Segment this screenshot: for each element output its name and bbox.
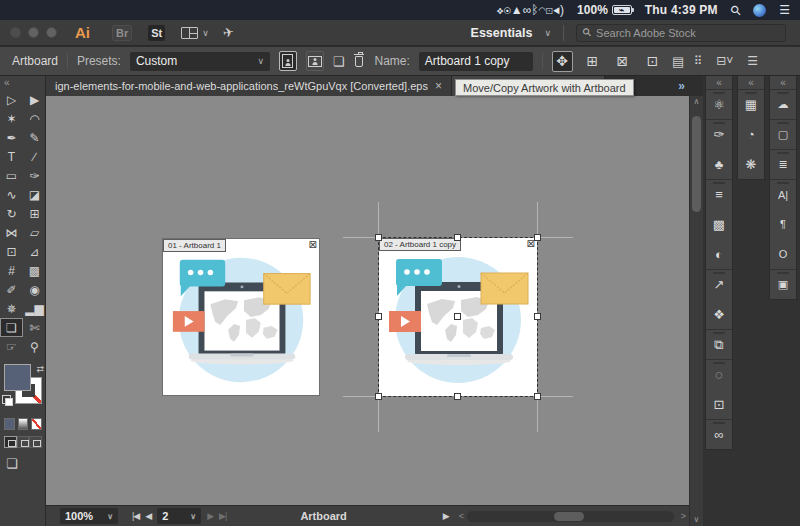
tab-overflow-chevron[interactable]: » bbox=[678, 79, 689, 93]
wifi-icon[interactable]: ◠ bbox=[539, 3, 546, 17]
rotate-tool[interactable]: ↻ bbox=[0, 204, 23, 223]
siri-icon[interactable] bbox=[753, 4, 766, 17]
brushes-panel-icon[interactable]: ✑ bbox=[706, 119, 732, 149]
selection-handle[interactable] bbox=[534, 313, 541, 320]
paintbrush-tool[interactable]: ✑ bbox=[23, 166, 46, 185]
swatches-panel-icon[interactable]: ▦ bbox=[738, 89, 764, 119]
symbol-sprayer-tool[interactable]: ✵ bbox=[0, 299, 23, 318]
none-button[interactable] bbox=[31, 418, 42, 430]
artboard-close-icon[interactable]: ⊠ bbox=[309, 240, 317, 250]
default-fill-stroke-icon[interactable] bbox=[2, 395, 11, 404]
creative-cloud-icon[interactable]: ◉ bbox=[504, 3, 511, 17]
dock-panel-icon[interactable]: ⊟˅ bbox=[716, 54, 733, 68]
type-tool[interactable]: T bbox=[0, 147, 23, 166]
align-panel-icon[interactable]: ≣ bbox=[770, 149, 796, 179]
shape-builder-tool[interactable]: ⊡ bbox=[0, 242, 23, 261]
status-flyout-icon[interactable]: ▶ bbox=[443, 511, 450, 521]
window-minimize-button[interactable] bbox=[28, 27, 39, 38]
selection-handle[interactable] bbox=[375, 313, 382, 320]
zoom-tool[interactable]: ⚲ bbox=[23, 337, 46, 356]
fill-swatch[interactable] bbox=[4, 364, 31, 391]
selection-handle[interactable] bbox=[454, 393, 461, 400]
pen-tool[interactable]: ✒ bbox=[0, 128, 23, 147]
vertical-scrollbar[interactable]: ∧ ∨ bbox=[689, 96, 703, 526]
rectangle-tool[interactable]: ▭ bbox=[0, 166, 23, 185]
eraser-tool[interactable]: ◪ bbox=[23, 185, 46, 204]
portrait-orientation-button[interactable] bbox=[279, 51, 297, 71]
line-segment-tool[interactable]: ∕ bbox=[23, 147, 46, 166]
collapse-panel-icon[interactable]: « bbox=[770, 76, 796, 89]
slice-tool[interactable]: ✄ bbox=[23, 318, 46, 337]
volume-icon[interactable]: ◀) bbox=[553, 3, 564, 17]
blend-tool[interactable]: ◉ bbox=[23, 280, 46, 299]
artboards-panel-icon[interactable]: ⧉ bbox=[706, 329, 732, 359]
close-tab-icon[interactable]: × bbox=[435, 79, 442, 93]
battery-indicator[interactable]: 100% ⌁ bbox=[577, 3, 632, 17]
selection-handle[interactable] bbox=[454, 234, 461, 241]
scroll-left-icon[interactable]: < bbox=[456, 511, 467, 521]
notification-center-icon[interactable]: ☰ bbox=[779, 4, 790, 16]
vertical-scroll-thumb[interactable] bbox=[692, 116, 701, 212]
magic-wand-tool[interactable]: ✶ bbox=[0, 109, 23, 128]
artboard-number-dropdown[interactable]: 2 ∨ bbox=[157, 508, 201, 524]
scroll-up-icon[interactable]: ∧ bbox=[694, 96, 700, 108]
curvature-tool[interactable]: ✎ bbox=[23, 128, 46, 147]
canvas-pasteboard[interactable]: 01 - Artboard 1 ⊠ bbox=[46, 96, 689, 505]
image-trace-panel-icon[interactable]: ◌ bbox=[706, 359, 732, 389]
symbols-panel-icon[interactable]: ♣ bbox=[706, 149, 732, 179]
arrange-documents-icon[interactable] bbox=[181, 27, 198, 39]
dropbox-icon[interactable]: ❖ bbox=[496, 3, 503, 17]
lasso-tool[interactable]: ◠ bbox=[23, 109, 46, 128]
selection-handle[interactable] bbox=[534, 234, 541, 241]
draw-normal-button[interactable] bbox=[4, 436, 17, 448]
collapse-panel-icon[interactable]: « bbox=[706, 76, 732, 89]
new-artboard-button[interactable]: ❏ bbox=[333, 55, 345, 68]
sync-icon[interactable]: ∞ bbox=[523, 3, 532, 17]
shaper-tool[interactable]: ∿ bbox=[0, 185, 23, 204]
draw-behind-button[interactable] bbox=[17, 436, 30, 448]
airplay-icon[interactable]: ⊡ bbox=[546, 3, 553, 17]
next-artboard-button[interactable]: ▶ bbox=[207, 511, 213, 521]
spotlight-icon[interactable]: ⚲ bbox=[728, 2, 744, 18]
gpu-performance-icon[interactable]: ✈ bbox=[221, 24, 235, 41]
selection-handle[interactable] bbox=[375, 393, 382, 400]
artboard-2-label[interactable]: 02 - Artboard 1 copy bbox=[379, 238, 461, 251]
panel-menu-icon[interactable]: ☰ bbox=[747, 54, 758, 68]
vertical-scroll-track[interactable] bbox=[690, 108, 703, 514]
eyedropper-tool[interactable]: ✐ bbox=[0, 280, 23, 299]
artboard-show-crosshairs-button[interactable]: ⊠ bbox=[612, 51, 633, 72]
selection-handle[interactable] bbox=[375, 234, 382, 241]
free-transform-tool[interactable]: ▱ bbox=[23, 223, 46, 242]
horizontal-scroll-thumb[interactable] bbox=[554, 512, 584, 521]
zoom-level-dropdown[interactable]: 100% ∨ bbox=[60, 508, 118, 524]
gradient-button[interactable] bbox=[18, 418, 29, 430]
screen-mode-button[interactable]: ❏ bbox=[0, 448, 45, 471]
move-copy-artwork-button[interactable]: ✥ bbox=[552, 51, 573, 72]
artboard-show-video-safe-button[interactable]: ⊡ bbox=[642, 51, 663, 72]
pathfinder-panel-icon[interactable]: ⊡ bbox=[706, 389, 732, 419]
presets-dropdown[interactable]: Custom ∨ bbox=[130, 52, 270, 71]
perspective-grid-tool[interactable]: ⊿ bbox=[23, 242, 46, 261]
horizontal-scroll-track[interactable] bbox=[467, 511, 674, 522]
artboard-2[interactable]: 02 - Artboard 1 copy ⊠ bbox=[379, 238, 537, 396]
swap-fill-stroke-icon[interactable]: ⇄ bbox=[36, 364, 44, 374]
tab-converted-eps[interactable]: ign-elements-for-mobile-and-web-applicat… bbox=[46, 76, 452, 96]
asset-export-panel-icon[interactable]: ↗ bbox=[706, 269, 732, 299]
horizontal-scrollbar[interactable]: < > bbox=[456, 506, 689, 526]
draw-inside-button[interactable] bbox=[29, 436, 42, 448]
color-guide-panel-icon[interactable]: ◔ bbox=[738, 119, 764, 149]
collapse-panel-icon[interactable]: « bbox=[738, 76, 764, 89]
selection-tool[interactable]: ▷ bbox=[0, 90, 23, 109]
chevron-down-icon[interactable]: ∨ bbox=[202, 28, 209, 38]
stroke-panel-icon[interactable]: ≡ bbox=[706, 179, 732, 209]
layers-panel-icon[interactable]: ❖ bbox=[706, 299, 732, 329]
artboard-name-input[interactable]: Artboard 1 copy bbox=[419, 52, 533, 71]
stock-button[interactable]: St bbox=[148, 25, 165, 41]
gradient-panel-icon[interactable]: ▩ bbox=[706, 209, 732, 239]
scroll-down-icon[interactable]: ∨ bbox=[694, 514, 700, 526]
color-panel-icon[interactable]: ❋ bbox=[738, 149, 764, 179]
hand-tool[interactable]: ☞ bbox=[0, 337, 23, 356]
appearance-panel-icon[interactable]: ▣ bbox=[770, 269, 796, 299]
artboard-1[interactable]: 01 - Artboard 1 ⊠ bbox=[162, 238, 320, 396]
column-graph-tool[interactable]: ▂▆ bbox=[23, 299, 46, 318]
